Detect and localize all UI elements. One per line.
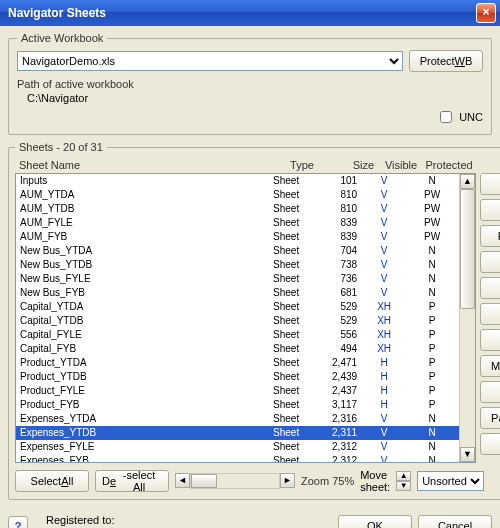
- cell-size: 681: [317, 286, 363, 300]
- workbook-combo[interactable]: NavigatorDemo.xls: [17, 51, 403, 71]
- table-row[interactable]: AUM_YTDBSheet810VPW: [16, 202, 459, 216]
- table-row[interactable]: Capital_YTDBSheet529XHP: [16, 314, 459, 328]
- cell-size: 529: [317, 314, 363, 328]
- cell-type: Sheet: [273, 174, 317, 188]
- zoom-left-icon[interactable]: ◄: [175, 473, 190, 488]
- cell-name: Expenses_YTDB: [16, 426, 273, 440]
- scroll-thumb[interactable]: [460, 189, 475, 309]
- column-headers: Sheet Name Type Size Visible Protected: [15, 157, 476, 173]
- table-row[interactable]: Expenses_FYBSheet2,312VN: [16, 454, 459, 462]
- table-row[interactable]: New Bus_YTDASheet704VN: [16, 244, 459, 258]
- vertical-scrollbar[interactable]: ▲ ▼: [459, 174, 475, 462]
- cell-protected: P: [405, 398, 459, 412]
- cell-name: Expenses_FYLE: [16, 440, 273, 454]
- scroll-down-icon[interactable]: ▼: [460, 447, 475, 462]
- scroll-track[interactable]: [460, 189, 475, 447]
- cell-type: Sheet: [273, 230, 317, 244]
- cell-name: Product_YTDB: [16, 370, 273, 384]
- cell-size: 2,312: [317, 454, 363, 462]
- table-row[interactable]: Expenses_YTDASheet2,316VN: [16, 412, 459, 426]
- cell-size: 3,117: [317, 398, 363, 412]
- cell-name: New Bus_YTDA: [16, 244, 273, 258]
- cell-protected: N: [405, 412, 459, 426]
- cell-name: AUM_FYLE: [16, 216, 273, 230]
- move-sheet-spinner[interactable]: ▲ ▼: [396, 471, 411, 491]
- cell-size: 2,471: [317, 356, 363, 370]
- cell-protected: PW: [405, 202, 459, 216]
- rename-button[interactable]: Rename...: [480, 225, 500, 247]
- duplicate-button[interactable]: Duplicate: [480, 381, 500, 403]
- unc-checkbox[interactable]: [440, 111, 452, 123]
- table-row[interactable]: AUM_YTDASheet810VPW: [16, 188, 459, 202]
- table-row[interactable]: Product_FYBSheet3,117HP: [16, 398, 459, 412]
- cell-protected: P: [405, 300, 459, 314]
- cell-name: AUM_FYB: [16, 230, 273, 244]
- cell-size: 494: [317, 342, 363, 356]
- active-workbook-legend: Active Workbook: [17, 32, 107, 44]
- sheets-legend: Sheets - 20 of 31: [15, 141, 107, 153]
- zoom-right-icon[interactable]: ►: [280, 473, 295, 488]
- insert-button[interactable]: Insert...: [480, 173, 500, 195]
- table-row[interactable]: Expenses_YTDBSheet2,311VN: [16, 426, 459, 440]
- zoom-thumb[interactable]: [191, 474, 217, 488]
- protect-wb-button[interactable]: Protect WB: [409, 50, 483, 72]
- col-visible-header[interactable]: Visible: [380, 158, 422, 172]
- cell-visible: H: [363, 384, 405, 398]
- ok-button[interactable]: OK: [338, 515, 412, 528]
- pastevalues-button[interactable]: Paste Values: [480, 407, 500, 429]
- col-name-header[interactable]: Sheet Name: [15, 158, 290, 172]
- table-row[interactable]: New Bus_FYLESheet736VN: [16, 272, 459, 286]
- table-row[interactable]: New Bus_FYBSheet681VN: [16, 286, 459, 300]
- help-icon[interactable]: ?: [8, 516, 28, 528]
- table-row[interactable]: Capital_FYLESheet556XHP: [16, 328, 459, 342]
- table-row[interactable]: AUM_FYBSheet839VPW: [16, 230, 459, 244]
- col-type-header[interactable]: Type: [290, 158, 334, 172]
- cell-visible: V: [363, 286, 405, 300]
- col-protected-header[interactable]: Protected: [422, 158, 476, 172]
- cell-name: New Bus_YTDB: [16, 258, 273, 272]
- col-size-header[interactable]: Size: [334, 158, 380, 172]
- cell-visible: V: [363, 426, 405, 440]
- table-row[interactable]: Product_FYLESheet2,437HP: [16, 384, 459, 398]
- cell-visible: V: [363, 258, 405, 272]
- cell-type: Sheet: [273, 426, 317, 440]
- delete-button[interactable]: Delete: [480, 199, 500, 221]
- zoom-scrollbar[interactable]: ◄ ►: [175, 473, 295, 489]
- cell-visible: V: [363, 174, 405, 188]
- titlebar[interactable]: Navigator Sheets ×: [0, 0, 500, 26]
- cancel-button[interactable]: Cancel: [418, 515, 492, 528]
- table-row[interactable]: InputsSheet101VN: [16, 174, 459, 188]
- cell-name: Capital_YTDA: [16, 300, 273, 314]
- table-row[interactable]: Capital_FYBSheet494XHP: [16, 342, 459, 356]
- footer: ? Registered to: Robbo OK Cancel: [0, 510, 500, 528]
- close-icon[interactable]: ×: [476, 3, 496, 23]
- cell-type: Sheet: [273, 342, 317, 356]
- movecopy-button[interactable]: Move/Copy...: [480, 355, 500, 377]
- select-all-button[interactable]: Select All: [15, 470, 89, 492]
- sheet-list[interactable]: InputsSheet101VNAUM_YTDASheet810VPWAUM_Y…: [15, 173, 476, 463]
- cell-visible: XH: [363, 328, 405, 342]
- scroll-up-icon[interactable]: ▲: [460, 174, 475, 189]
- cell-visible: H: [363, 370, 405, 384]
- more-button[interactable]: More...: [480, 433, 500, 455]
- deselect-all-button[interactable]: De-select All: [95, 470, 169, 492]
- cell-type: Sheet: [273, 370, 317, 384]
- table-row[interactable]: Capital_YTDASheet529XHP: [16, 300, 459, 314]
- cell-type: Sheet: [273, 188, 317, 202]
- table-row[interactable]: Product_YTDBSheet2,439HP: [16, 370, 459, 384]
- cell-size: 736: [317, 272, 363, 286]
- unprotect-button[interactable]: Unprotect: [480, 329, 500, 351]
- sort-combo[interactable]: Unsorted: [417, 471, 484, 491]
- table-row[interactable]: Product_YTDASheet2,471HP: [16, 356, 459, 370]
- hide-button[interactable]: Hide: [480, 251, 500, 273]
- move-down-icon[interactable]: ▼: [396, 481, 411, 491]
- cell-visible: V: [363, 244, 405, 258]
- table-row[interactable]: Expenses_FYLESheet2,312VN: [16, 440, 459, 454]
- move-up-icon[interactable]: ▲: [396, 471, 411, 481]
- protect-button[interactable]: Protect...: [480, 303, 500, 325]
- table-row[interactable]: AUM_FYLESheet839VPW: [16, 216, 459, 230]
- unhide-button[interactable]: Unhide: [480, 277, 500, 299]
- cell-name: AUM_YTDA: [16, 188, 273, 202]
- cell-name: Inputs: [16, 174, 273, 188]
- table-row[interactable]: New Bus_YTDBSheet738VN: [16, 258, 459, 272]
